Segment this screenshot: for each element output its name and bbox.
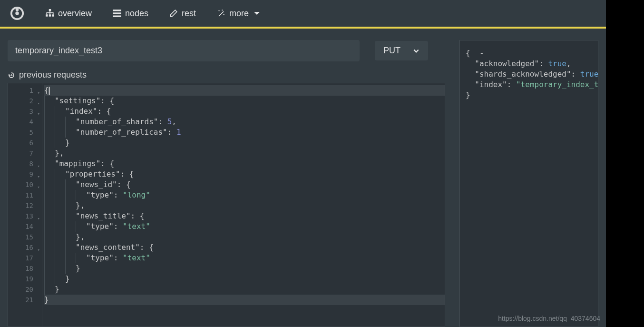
gutter-line: 20: [8, 284, 42, 295]
sitemap-icon: [46, 9, 54, 18]
svg-rect-6: [52, 14, 55, 17]
response-line: "index": "temporary_index_t: [466, 79, 592, 90]
nav-overview[interactable]: overview: [46, 9, 92, 19]
gutter-line: 14: [8, 221, 42, 232]
gutter-line: 9▾: [8, 169, 42, 179]
svg-rect-7: [113, 10, 121, 11]
gutter-line: 12: [8, 200, 42, 211]
response-line: { -: [466, 48, 592, 59]
nav-rest[interactable]: rest: [169, 9, 196, 19]
code-line[interactable]: }: [44, 138, 445, 148]
svg-point-12: [222, 10, 223, 10]
nav-nodes[interactable]: nodes: [113, 9, 148, 19]
code-line[interactable]: }: [44, 295, 445, 305]
svg-point-11: [224, 14, 224, 15]
response-line: "shards_acknowledged": true: [466, 69, 592, 79]
code-line[interactable]: "properties": {: [44, 169, 445, 179]
gutter-line: 4: [8, 117, 42, 127]
gutter-line: 6: [8, 138, 42, 148]
request-body-editor[interactable]: 1▾2▾3▾45678▾9▾10▾111213▾141516▾171819202…: [8, 83, 445, 327]
previous-requests-label: previous requests: [19, 70, 87, 80]
response-viewer[interactable]: { - "acknowledged": true, "shards_acknow…: [459, 40, 598, 327]
navbar: overview nodes rest more: [0, 0, 606, 27]
code-line[interactable]: }: [44, 284, 445, 295]
editor-code-area[interactable]: {"settings": {"index": {"number_of_shard…: [42, 83, 445, 327]
gutter-line: 3▾: [8, 106, 42, 117]
code-line[interactable]: }: [44, 263, 445, 274]
code-line[interactable]: "news_content": {: [44, 242, 445, 253]
code-line[interactable]: "type": "long": [44, 190, 445, 200]
code-line[interactable]: "news_title": {: [44, 211, 445, 221]
watermark-text: https://blog.csdn.net/qq_40374604: [498, 315, 600, 322]
code-line[interactable]: "index": {: [44, 106, 445, 117]
gutter-line: 2▾: [8, 96, 42, 106]
gutter-line: 19: [8, 274, 42, 284]
code-line[interactable]: },: [44, 232, 445, 242]
list-icon: [113, 9, 121, 18]
gutter-line: 18: [8, 263, 42, 274]
edit-icon: [169, 9, 178, 18]
gutter-line: 1▾: [8, 85, 42, 96]
nav-overview-label: overview: [58, 9, 92, 19]
code-line[interactable]: "settings": {: [44, 96, 445, 106]
response-line: }: [466, 90, 592, 100]
magic-icon: [217, 9, 225, 18]
svg-rect-9: [113, 16, 121, 17]
gutter-line: 15: [8, 232, 42, 242]
gutter-line: 17: [8, 253, 42, 263]
nav-more[interactable]: more: [217, 9, 261, 19]
code-line[interactable]: },: [44, 200, 445, 211]
code-line[interactable]: "number_of_shards": 5,: [44, 117, 445, 127]
svg-rect-4: [46, 14, 48, 17]
code-line[interactable]: "news_id": {: [44, 179, 445, 190]
gutter-line: 13▾: [8, 211, 42, 221]
code-line[interactable]: "type": "text": [44, 253, 445, 263]
code-line[interactable]: {: [44, 85, 445, 96]
history-icon: [8, 71, 15, 79]
svg-rect-8: [113, 12, 121, 14]
editor-gutter: 1▾2▾3▾45678▾9▾10▾111213▾141516▾171819202…: [8, 83, 42, 327]
svg-point-10: [218, 10, 219, 11]
response-line: "acknowledged": true,: [466, 59, 592, 69]
svg-rect-5: [49, 14, 51, 17]
chevron-down-icon: [253, 9, 261, 18]
gutter-line: 7: [8, 148, 42, 159]
nav-rest-label: rest: [182, 9, 196, 19]
http-method-value: PUT: [383, 46, 400, 56]
svg-rect-3: [49, 9, 51, 11]
gutter-line: 21: [8, 295, 42, 305]
svg-point-2: [15, 11, 19, 15]
code-line[interactable]: }: [44, 274, 445, 284]
gutter-line: 5: [8, 127, 42, 138]
previous-requests-toggle[interactable]: previous requests: [8, 70, 445, 80]
gutter-line: 10▾: [8, 179, 42, 190]
nav-more-label: more: [229, 9, 249, 19]
code-line[interactable]: "type": "text": [44, 221, 445, 232]
http-method-select[interactable]: PUT: [375, 41, 428, 60]
code-line[interactable]: },: [44, 148, 445, 159]
request-path-input[interactable]: [8, 40, 360, 61]
svg-point-1: [16, 8, 19, 11]
gutter-line: 16▾: [8, 242, 42, 253]
editor-scrollbar[interactable]: [435, 83, 445, 327]
gutter-line: 8▾: [8, 159, 42, 169]
gutter-line: 11: [8, 190, 42, 200]
app-logo-icon[interactable]: [10, 6, 25, 21]
chevron-down-icon: [413, 48, 420, 54]
code-line[interactable]: "mappings": {: [44, 159, 445, 169]
code-line[interactable]: "number_of_replicas": 1: [44, 127, 445, 138]
nav-nodes-label: nodes: [125, 9, 148, 19]
